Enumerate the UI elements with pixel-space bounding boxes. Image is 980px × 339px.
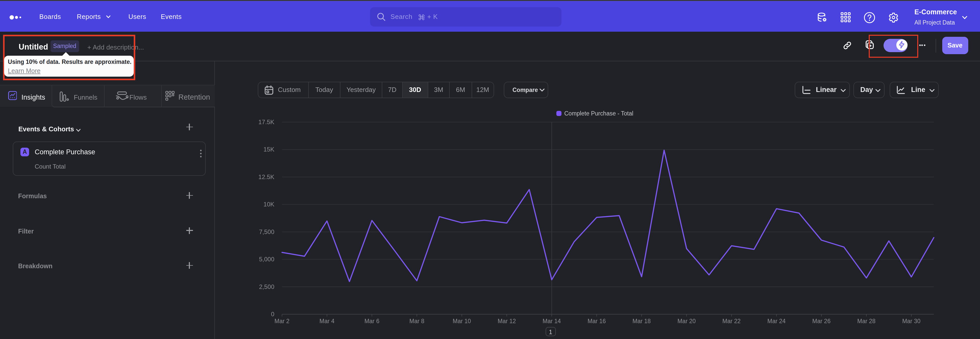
svg-text:Mar 14: Mar 14: [542, 318, 561, 325]
svg-text:Mar 24: Mar 24: [767, 318, 786, 325]
svg-text:Mar 4: Mar 4: [320, 318, 334, 325]
svg-text:17.5K: 17.5K: [258, 118, 274, 125]
svg-text:12.5K: 12.5K: [258, 173, 274, 181]
svg-text:Mar 22: Mar 22: [722, 318, 741, 325]
svg-text:Mar 16: Mar 16: [587, 318, 606, 325]
svg-text:Mar 20: Mar 20: [677, 318, 696, 325]
svg-text:Mar 30: Mar 30: [902, 318, 921, 325]
svg-text:Mar 12: Mar 12: [498, 318, 516, 325]
svg-text:Mar 8: Mar 8: [409, 318, 425, 325]
svg-text:Mar 28: Mar 28: [857, 318, 876, 325]
svg-text:7,500: 7,500: [259, 229, 274, 235]
svg-text:5,000: 5,000: [259, 256, 274, 262]
svg-text:0: 0: [271, 311, 274, 318]
svg-text:15K: 15K: [263, 146, 274, 153]
svg-text:Mar 6: Mar 6: [364, 318, 380, 325]
svg-text:Mar 26: Mar 26: [812, 318, 831, 325]
svg-text:Mar 10: Mar 10: [453, 318, 471, 325]
svg-text:Mar 18: Mar 18: [632, 318, 651, 325]
svg-text:2,500: 2,500: [259, 283, 274, 290]
svg-text:Mar 2: Mar 2: [275, 318, 290, 325]
svg-text:10K: 10K: [263, 201, 274, 208]
